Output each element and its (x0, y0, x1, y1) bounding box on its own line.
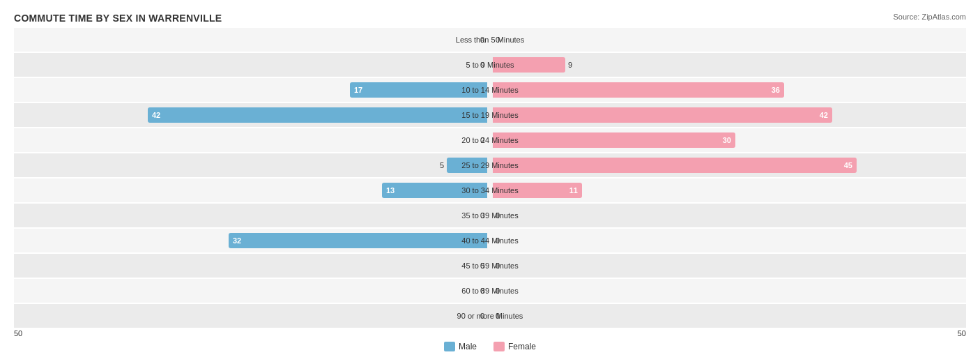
bar-male-value: 0 (480, 287, 484, 295)
bar-female-value: 0 (496, 287, 500, 295)
bar-male-value: 0 (480, 261, 484, 270)
right-section: 30 (490, 128, 966, 152)
rows-area: 0Less than 5 Minutes005 to 9 Minutes9171… (14, 28, 966, 328)
table-row: 4215 to 19 Minutes42 (14, 103, 966, 127)
right-section: 0 (490, 28, 966, 52)
left-section: 0 (14, 279, 490, 303)
table-row: 045 to 59 Minutes0 (14, 254, 966, 278)
table-row: 060 to 89 Minutes0 (14, 279, 966, 303)
left-section: 32 (14, 229, 490, 252)
bar-female-value: 0 (496, 236, 500, 245)
bar-female: 42 (493, 107, 832, 123)
right-section: 11 (490, 179, 966, 202)
bar-male: 42 (148, 107, 487, 123)
bar-male: 32 (229, 233, 487, 248)
left-section: 0 (14, 204, 490, 227)
right-section: 45 (490, 153, 966, 177)
left-section: 13 (14, 179, 490, 202)
table-row: 1710 to 14 Minutes36 (14, 78, 966, 102)
table-row: 0Less than 5 Minutes0 (14, 28, 966, 52)
bar-female-value: 42 (820, 111, 828, 119)
right-section: 0 (490, 279, 966, 303)
legend-female: Female (493, 342, 536, 351)
bar-female-value: 45 (844, 161, 852, 169)
right-section: 36 (490, 78, 966, 102)
bar-female: 11 (493, 183, 582, 198)
right-section: 0 (490, 304, 966, 328)
bar-male: 5 (447, 158, 487, 173)
bar-male-value: 0 (480, 36, 484, 44)
right-section: 0 (490, 254, 966, 278)
legend-male-box (444, 342, 455, 351)
left-section: 0 (14, 304, 490, 328)
table-row: 05 to 9 Minutes9 (14, 53, 966, 77)
bar-male-value: 42 (152, 111, 160, 119)
chart-title: COMMUTE TIME BY SEX IN WARRENVILLE (14, 13, 966, 24)
bar-female-value: 0 (496, 36, 500, 44)
bar-female: 30 (493, 132, 735, 148)
bar-male: 13 (382, 183, 487, 198)
bar-female: 45 (493, 158, 857, 173)
left-section: 0 (14, 53, 490, 77)
bar-female-value: 30 (723, 136, 731, 144)
right-section: 42 (490, 103, 966, 127)
axis-right: 50 (958, 329, 966, 338)
bar-female-value: 9 (568, 61, 572, 69)
bar-female-value: 0 (496, 261, 500, 270)
bar-female-value: 36 (772, 86, 780, 94)
bar-female-value: 0 (496, 312, 500, 320)
legend-male: Male (444, 342, 477, 351)
axis-left: 50 (14, 329, 22, 338)
chart-container: COMMUTE TIME BY SEX IN WARRENVILLE Sourc… (0, 0, 980, 364)
table-row: 525 to 29 Minutes45 (14, 153, 966, 177)
right-section: 0 (490, 229, 966, 252)
source-text: Source: ZipAtlas.com (893, 13, 966, 21)
legend-female-label: Female (508, 342, 536, 351)
bar-male-value: 13 (386, 186, 395, 195)
bar-female: 9 (493, 57, 565, 73)
left-section: 17 (14, 78, 490, 102)
left-section: 0 (14, 254, 490, 278)
bar-male: 17 (350, 82, 487, 98)
left-section: 0 (14, 28, 490, 52)
table-row: 090 or more Minutes0 (14, 304, 966, 328)
bar-male-value: 0 (480, 136, 484, 144)
bar-male-value: 5 (440, 161, 444, 169)
table-row: 020 to 24 Minutes30 (14, 128, 966, 152)
right-section: 9 (490, 53, 966, 77)
legend: Male Female (14, 342, 966, 351)
bar-male-value: 0 (480, 211, 484, 220)
left-section: 42 (14, 103, 490, 127)
left-section: 5 (14, 153, 490, 177)
left-section: 0 (14, 128, 490, 152)
table-row: 035 to 39 Minutes0 (14, 204, 966, 227)
table-row: 3240 to 44 Minutes0 (14, 229, 966, 252)
bar-male-value: 17 (354, 86, 362, 94)
table-row: 1330 to 34 Minutes11 (14, 179, 966, 202)
legend-male-label: Male (459, 342, 477, 351)
bar-male-value: 0 (480, 61, 484, 69)
axis-labels: 50 50 (14, 329, 966, 338)
bar-female-value: 11 (569, 186, 578, 195)
bar-female-value: 0 (496, 211, 500, 220)
legend-female-box (493, 342, 505, 351)
right-section: 0 (490, 204, 966, 227)
bar-female: 36 (493, 82, 784, 98)
bar-male-value: 32 (233, 236, 241, 245)
bar-male-value: 0 (480, 312, 484, 320)
